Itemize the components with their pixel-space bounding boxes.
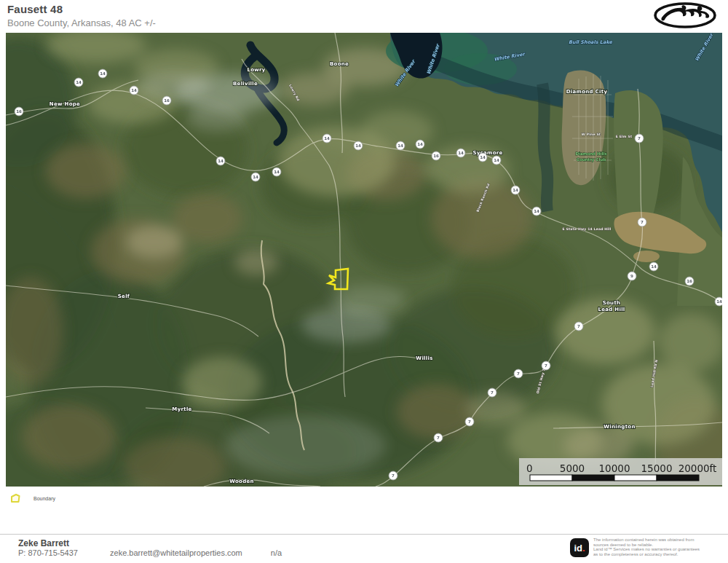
svg-text:16: 16 xyxy=(433,154,439,158)
svg-text:9: 9 xyxy=(630,274,633,278)
scale-bar-tick: 15000 xyxy=(641,462,673,474)
svg-text:14: 14 xyxy=(458,151,464,155)
route-shield: 7 xyxy=(638,218,646,227)
svg-text:7: 7 xyxy=(468,420,471,424)
landid-logo-dot: . xyxy=(582,543,585,554)
svg-text:14: 14 xyxy=(253,175,258,179)
svg-text:14: 14 xyxy=(76,80,82,84)
map-poi-label: Diamond Hills xyxy=(576,151,608,156)
scale-bar-tick: 20000ft xyxy=(678,462,717,474)
svg-text:14: 14 xyxy=(534,209,539,213)
svg-text:7: 7 xyxy=(638,136,641,141)
route-shield: 7 xyxy=(574,322,583,331)
route-shield: 14 xyxy=(511,186,520,194)
route-shield: 14 xyxy=(649,262,658,271)
svg-text:14: 14 xyxy=(513,188,518,192)
svg-text:7: 7 xyxy=(641,220,644,224)
route-shield: 14 xyxy=(396,141,405,150)
satellite-map[interactable]: LowryBelivilleBooneNew HopeDiamond CityS… xyxy=(6,33,722,487)
route-shield: 14 xyxy=(532,207,541,216)
svg-text:14: 14 xyxy=(355,143,361,148)
agent-footer: Zeke Barrett P: 870-715-5437 zeke.barret… xyxy=(18,538,69,548)
disclaimer-line: The information contained herein was obt… xyxy=(593,538,728,543)
attribution: id. The information contained herein was… xyxy=(570,538,728,557)
agent-name: Zeke Barrett xyxy=(18,538,69,548)
legend-item-label: Boundary xyxy=(33,496,55,501)
svg-text:14: 14 xyxy=(651,264,657,269)
svg-text:14: 14 xyxy=(417,142,423,146)
svg-text:14: 14 xyxy=(480,155,486,160)
route-shield: 7 xyxy=(542,361,550,370)
route-shield: 16 xyxy=(15,107,23,116)
footer-divider xyxy=(0,534,728,535)
map-place-label: Sycamore xyxy=(472,150,502,156)
scale-bar-tick: 10000 xyxy=(599,462,630,474)
svg-text:7: 7 xyxy=(545,363,547,368)
route-shield: 14 xyxy=(456,149,465,157)
route-shield: 14 xyxy=(492,156,501,165)
svg-text:14: 14 xyxy=(274,170,280,174)
map-water-label: Bull Shoals Lake xyxy=(569,39,612,45)
svg-text:14: 14 xyxy=(131,88,137,92)
map-place-label: South xyxy=(603,300,621,306)
route-shield: 7 xyxy=(488,388,496,397)
svg-text:7: 7 xyxy=(437,436,440,440)
route-shield: 14 xyxy=(715,297,722,306)
disclaimer-line: sources deemed to be reliable. xyxy=(593,543,728,548)
map-place-label: Diamond City xyxy=(566,89,608,95)
route-shield: 14 xyxy=(323,134,331,143)
report-header: Fausett 48 Boone County, Arkansas, 48 AC… xyxy=(7,3,156,28)
svg-text:7: 7 xyxy=(491,390,494,395)
agent-email: zeke.barrett@whitetailproperties.com xyxy=(110,548,242,557)
route-shield: 7 xyxy=(465,417,474,426)
svg-text:14: 14 xyxy=(100,71,106,76)
map-poi-label: Country Club xyxy=(577,157,606,162)
map-place-label: Winington xyxy=(604,424,635,430)
route-shield: 9 xyxy=(628,272,636,280)
svg-text:14: 14 xyxy=(218,159,223,163)
disclaimer-line: as to the completeness or accuracy there… xyxy=(593,552,728,557)
route-shield: 14 xyxy=(251,173,260,181)
svg-text:16: 16 xyxy=(164,98,170,103)
svg-text:14: 14 xyxy=(494,158,499,162)
map-road-label: W Pine St xyxy=(582,133,601,136)
whitetail-antler-logo xyxy=(652,1,718,30)
route-shield: 7 xyxy=(635,134,644,143)
route-shield: 16 xyxy=(162,96,171,105)
map-place-label: New Hope xyxy=(50,101,80,107)
agent-phone: P: 870-715-5437 xyxy=(18,548,78,557)
route-shield: 14 xyxy=(74,78,83,87)
map-place-label: Myrtle xyxy=(172,406,191,412)
svg-text:16: 16 xyxy=(687,279,692,283)
route-shield: 16 xyxy=(432,151,440,160)
map-place-label: Lowry xyxy=(247,67,265,73)
svg-text:7: 7 xyxy=(517,371,520,376)
route-shield: 16 xyxy=(685,277,694,286)
map-place-label: Lead Hill xyxy=(598,307,625,312)
legend-item-boundary: Boundary xyxy=(10,494,55,503)
route-shield: 14 xyxy=(416,140,424,149)
map-place-label: Boone xyxy=(330,61,349,67)
page-subtitle: Boone County, Arkansas, 48 AC +/- xyxy=(7,17,156,28)
map-road-label: E State Hwy 14 Lead Hill xyxy=(562,227,611,231)
route-shield: 14 xyxy=(98,69,107,78)
route-shield: 14 xyxy=(130,86,138,95)
route-shield: 7 xyxy=(434,433,443,442)
svg-text:14: 14 xyxy=(397,143,403,148)
landid-logo-text: id xyxy=(574,543,582,554)
map-place-label: Wooden xyxy=(229,479,254,484)
svg-text:16: 16 xyxy=(16,109,22,114)
svg-text:7: 7 xyxy=(392,473,395,478)
scale-bar-tick: 5000 xyxy=(560,462,585,474)
page-title: Fausett 48 xyxy=(7,3,156,15)
disclaimer-line: Land id™ Services makes no warranties or… xyxy=(593,547,728,552)
route-shield: 14 xyxy=(272,168,281,176)
landid-logo: id. xyxy=(570,538,589,557)
map-place-label: Beliville xyxy=(233,81,258,87)
scale-bar-tick: 0 xyxy=(526,462,533,474)
route-shield: 14 xyxy=(354,141,363,150)
route-shield: 7 xyxy=(514,369,523,378)
route-shield: 14 xyxy=(216,157,225,165)
route-shield: 7 xyxy=(389,471,397,480)
map-place-label: Self xyxy=(118,294,130,299)
